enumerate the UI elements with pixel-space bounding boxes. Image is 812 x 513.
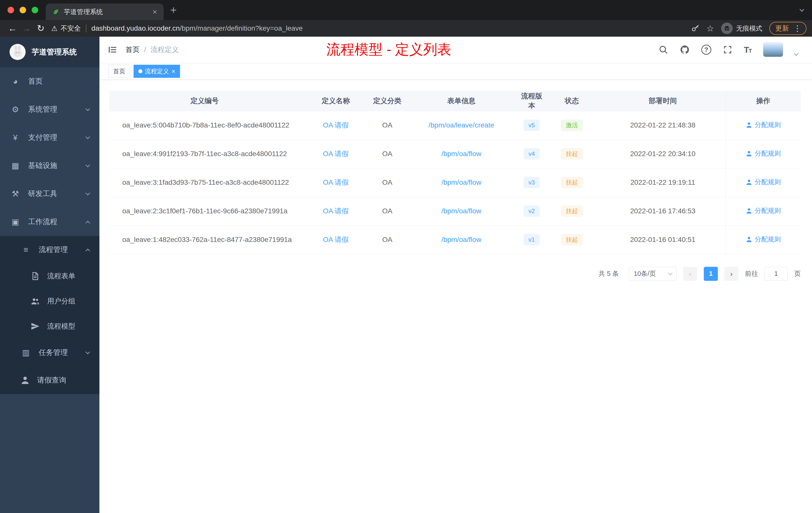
definition-category: OA — [372, 197, 403, 225]
sidebar-item-workflow[interactable]: ▣ 工作流程 — [0, 208, 99, 236]
sidebar-item-label: 工作流程 — [28, 217, 57, 227]
search-icon[interactable] — [659, 45, 668, 55]
chevron-up-icon — [85, 221, 90, 225]
definition-name-link[interactable]: OA 请假 — [323, 236, 349, 243]
chevron-up-icon — [85, 248, 90, 253]
list-icon: ≡ — [21, 245, 31, 254]
browser-tab[interactable]: 芋道管理系统 × — [46, 3, 164, 20]
site-security[interactable]: ⚠ 不安全 — [51, 24, 81, 33]
page-annotation: 流程模型 - 定义列表 — [326, 40, 452, 59]
column-header: 表单信息 — [403, 91, 520, 111]
column-header: 部署时间 — [600, 91, 726, 111]
version-badge: v1 — [524, 234, 540, 245]
incognito-badge: 无痕模式 — [721, 23, 762, 34]
form-link[interactable]: /bpm/oa/flow — [441, 236, 481, 243]
sidebar-item-process-form[interactable]: 流程表单 — [0, 264, 99, 289]
document-icon — [31, 272, 40, 280]
goto-page-input[interactable] — [764, 267, 788, 280]
definition-name-link[interactable]: OA 请假 — [323, 207, 349, 215]
help-icon[interactable]: ? — [701, 45, 711, 55]
deploy-time: 2022-01-22 20:34:10 — [600, 140, 726, 168]
window-zoom-button[interactable] — [32, 7, 38, 13]
tasks-icon: ▥ — [21, 348, 31, 357]
sidebar-item-home[interactable]: ◕ 首页 — [0, 67, 99, 95]
sidebar-collapse-icon[interactable] — [99, 37, 125, 63]
page-unit-label: 页 — [794, 269, 801, 278]
sidebar-item-devtools[interactable]: ⚒ 研发工具 — [0, 180, 99, 208]
window-minimize-button[interactable] — [20, 7, 26, 13]
status-badge: 挂起 — [561, 148, 583, 160]
page-content: 定义编号 定义名称 定义分类 表单信息 流程版本 状态 部署时间 操作 oa_l… — [99, 80, 812, 513]
sidebar-item-label: 流程表单 — [47, 271, 75, 281]
assign-rule-button[interactable]: 分配规则 — [746, 178, 781, 186]
forward-button[interactable]: → — [20, 21, 34, 35]
window-close-button[interactable] — [7, 7, 14, 13]
form-link[interactable]: /bpm/oa/flow — [441, 178, 481, 186]
form-link[interactable]: /bpm/oa/leave/create — [429, 121, 494, 129]
navbar-actions: ? TT — [659, 42, 812, 57]
main-area: 首页 / 流程定义 流程模型 - 定义列表 ? TT — [99, 37, 812, 513]
assign-rule-button[interactable]: 分配规则 — [746, 206, 781, 215]
user-avatar[interactable] — [763, 42, 783, 57]
form-link[interactable]: /bpm/oa/flow — [441, 150, 481, 158]
sidebar-item-infrastructure[interactable]: ▦ 基础设施 — [0, 152, 99, 180]
chrome-update-button[interactable]: 更新 ⋮ — [769, 22, 807, 35]
url-field[interactable]: dashboard.yudao.iocoder.cn/bpm/manager/d… — [91, 24, 686, 32]
assign-rule-label: 分配规则 — [755, 235, 781, 244]
sidebar-item-process-model[interactable]: 流程模型 — [0, 314, 99, 339]
window-controls — [0, 0, 46, 20]
page-size-select[interactable]: 10条/页 — [629, 267, 677, 281]
current-page-button[interactable]: 1 — [704, 267, 718, 281]
column-header: 流程版本 — [520, 91, 544, 111]
tag-close-icon[interactable]: × — [172, 68, 175, 74]
sidebar-item-label: 支付管理 — [28, 132, 57, 143]
sidebar-item-label: 研发工具 — [28, 189, 57, 199]
column-header: 操作 — [726, 91, 801, 111]
column-header: 定义编号 — [109, 91, 300, 111]
table-row: oa_leave:1:482ec033-762a-11ec-8477-a2380… — [109, 225, 801, 254]
back-button[interactable]: ← — [5, 21, 20, 35]
definition-name-link[interactable]: OA 请假 — [323, 150, 349, 158]
definition-name-link[interactable]: OA 请假 — [323, 178, 349, 186]
person-icon — [746, 236, 752, 243]
sidebar-logo[interactable]: 芋道管理系统 — [0, 37, 99, 67]
assign-rule-label: 分配规则 — [755, 120, 781, 129]
chevron-down-icon — [85, 107, 90, 111]
sidebar-item-label: 流程模型 — [47, 322, 75, 331]
reload-button[interactable]: ↻ — [34, 21, 48, 35]
sidebar-item-label: 请假查询 — [37, 375, 66, 385]
avatar-dropdown-chevron-icon[interactable] — [795, 52, 798, 56]
tab-search-chevron-icon[interactable] — [800, 0, 812, 20]
prev-page-button[interactable]: ‹ — [683, 267, 697, 281]
browser-menu-dots-icon[interactable]: ⋮ — [793, 24, 802, 32]
next-page-button[interactable]: › — [724, 267, 738, 281]
tab-close-icon[interactable]: × — [152, 8, 157, 16]
github-icon[interactable] — [680, 45, 690, 55]
sidebar-item-payment[interactable]: ¥ 支付管理 — [0, 123, 99, 152]
fullscreen-icon[interactable] — [723, 45, 732, 55]
sidebar-item-task-management[interactable]: ▥ 任务管理 — [0, 339, 99, 366]
assign-rule-button[interactable]: 分配规则 — [746, 120, 781, 129]
assign-rule-button[interactable]: 分配规则 — [746, 149, 781, 158]
people-icon — [31, 297, 40, 306]
definition-name-link[interactable]: OA 请假 — [323, 121, 349, 129]
tag-process-definition[interactable]: 流程定义 × — [134, 65, 180, 78]
status-badge: 激活 — [561, 120, 583, 131]
sidebar-item-process-management[interactable]: ≡ 流程管理 — [0, 236, 99, 264]
breadcrumb-home[interactable]: 首页 — [125, 45, 140, 55]
sidebar-item-system[interactable]: ⚙ 系统管理 — [0, 95, 99, 123]
sidebar-item-leave-query[interactable]: 请假查询 — [0, 366, 99, 394]
password-key-icon[interactable] — [692, 24, 699, 32]
definition-id: oa_leave:1:482ec033-762a-11ec-8477-a2380… — [109, 225, 300, 254]
form-link[interactable]: /bpm/oa/flow — [441, 207, 481, 215]
assign-rule-button[interactable]: 分配规则 — [746, 235, 781, 244]
app-title: 芋道管理系统 — [32, 47, 77, 57]
new-tab-button[interactable]: + — [164, 0, 183, 20]
assign-rule-label: 分配规则 — [755, 206, 781, 215]
yen-icon: ¥ — [10, 133, 21, 142]
pagination: 共 5 条 10条/页 ‹ 1 › 前往 页 — [109, 267, 801, 281]
font-size-icon[interactable]: TT — [744, 45, 752, 55]
sidebar-item-user-group[interactable]: 用户分组 — [0, 289, 99, 314]
bookmark-star-icon[interactable]: ☆ — [706, 23, 714, 33]
tag-home[interactable]: 首页 — [109, 65, 130, 78]
